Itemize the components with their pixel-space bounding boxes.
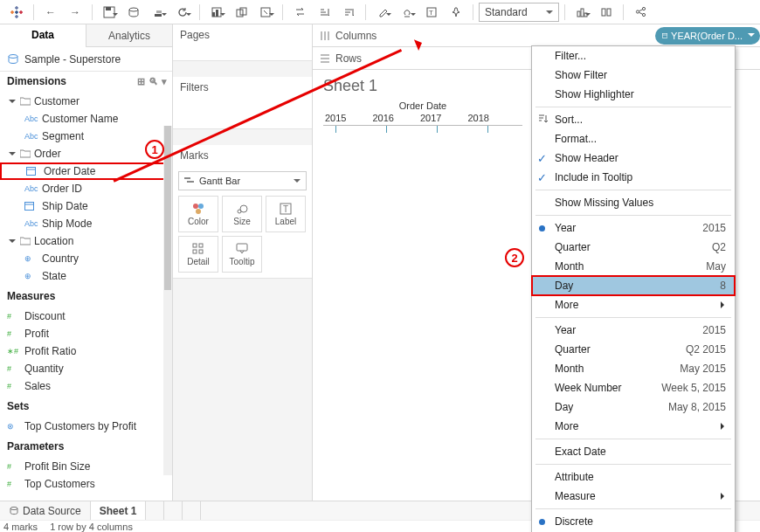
datasource-row[interactable]: Sample - Superstore	[0, 47, 172, 72]
status-marks: 4 marks	[3, 522, 38, 532]
labels-button[interactable]: T	[420, 3, 443, 22]
field-country[interactable]: ⊕ Country	[0, 250, 172, 267]
axis-labels: 2015 2016 2017 2018	[323, 113, 522, 123]
tooltip-button[interactable]: Tooltip	[222, 236, 262, 273]
forward-button[interactable]: →	[64, 3, 86, 22]
menu-show-missing[interactable]: Show Missing Values	[532, 193, 735, 212]
field-customer-name[interactable]: Abc Customer Name	[0, 110, 172, 128]
tab-data[interactable]: Data	[0, 24, 86, 47]
menu-attribute[interactable]: Attribute	[532, 467, 735, 487]
field-sales[interactable]: #Sales	[0, 377, 172, 395]
menu-measure[interactable]: Measure	[532, 487, 735, 506]
set-top-customers[interactable]: ⊗Top Customers by Profit	[0, 418, 172, 435]
color-button[interactable]: Color	[178, 196, 218, 232]
mark-type-selector[interactable]: Gantt Bar	[178, 171, 307, 190]
text-type-icon: Abc	[24, 132, 38, 141]
cards-button[interactable]	[595, 3, 618, 22]
scrollbar-thumb[interactable]	[164, 126, 171, 290]
fit-selector[interactable]: Standard	[479, 3, 559, 22]
menu-more-part[interactable]: More	[532, 295, 735, 314]
menu-year-part[interactable]: Year2015	[532, 218, 735, 238]
menu-month-trunc[interactable]: MonthMay 2015	[532, 359, 735, 378]
swap-button[interactable]	[288, 3, 311, 22]
columns-icon	[320, 31, 330, 41]
group-button[interactable]	[396, 3, 418, 22]
sidebar-scrollbar[interactable]	[163, 126, 172, 475]
pages-card[interactable]: Pages	[173, 24, 312, 61]
field-state[interactable]: ⊕ State	[0, 267, 172, 285]
menu-filter[interactable]: Filter...	[532, 46, 735, 66]
share-button[interactable]	[629, 3, 652, 22]
svg-rect-31	[577, 11, 580, 17]
search-icon[interactable]: 🔍︎	[149, 76, 158, 87]
tab-data-source[interactable]: Data Source	[0, 501, 91, 520]
folder-location[interactable]: Location	[0, 232, 172, 250]
menu-quarter-trunc[interactable]: QuarterQ2 2015	[532, 340, 735, 359]
new-worksheet-button[interactable]: +	[146, 501, 164, 520]
field-ship-mode[interactable]: Abc Ship Mode	[0, 215, 172, 232]
label-button[interactable]: T Label	[266, 196, 306, 232]
svg-point-48	[193, 204, 198, 209]
param-top-customers[interactable]: #Top Customers	[0, 475, 172, 493]
field-order-id[interactable]: Abc Order ID	[0, 180, 172, 197]
menu-year-trunc[interactable]: Year2015	[532, 321, 735, 340]
pause-updates-button[interactable]	[147, 3, 169, 22]
back-button[interactable]: ←	[39, 3, 62, 22]
save-button[interactable]	[98, 3, 121, 22]
axis-title: Order Date	[323, 100, 522, 111]
duplicate-sheet-button[interactable]	[230, 3, 252, 22]
menu-day-trunc[interactable]: DayMay 8, 2015	[532, 397, 735, 417]
field-quantity[interactable]: #Quantity	[0, 360, 172, 377]
menu-day-part[interactable]: Day8	[532, 276, 735, 295]
menu-show-filter[interactable]: Show Filter	[532, 66, 735, 85]
sort-desc-button[interactable]	[337, 3, 360, 22]
svg-rect-34	[602, 9, 605, 16]
fit-selector-label: Standard	[485, 6, 528, 18]
sort-asc-button[interactable]	[313, 3, 335, 22]
svg-line-39	[639, 10, 642, 11]
field-profit[interactable]: #Profit	[0, 325, 172, 342]
field-ship-date[interactable]: Ship Date	[0, 197, 172, 215]
new-sheet-button[interactable]	[205, 3, 228, 22]
pill-year-order-date[interactable]: YEAR(Order D...	[655, 27, 760, 45]
menu-format[interactable]: Format...	[532, 129, 735, 149]
svg-rect-63	[662, 33, 667, 38]
param-profit-bin[interactable]: #Profit Bin Size	[0, 458, 172, 475]
dimensions-header: Dimensions ⊞ 🔍︎ ▾	[0, 72, 172, 91]
menu-caret-icon[interactable]: ▾	[162, 76, 167, 87]
menu-week-trunc[interactable]: Week NumberWeek 5, 2015	[532, 378, 735, 397]
clear-sheet-button[interactable]	[254, 3, 277, 22]
menu-show-header[interactable]: ✓Show Header	[532, 149, 735, 168]
axis-line	[323, 125, 522, 135]
columns-shelf[interactable]: Columns YEAR(Order D...	[313, 24, 760, 47]
field-segment[interactable]: Abc Segment	[0, 128, 172, 145]
menu-month-part[interactable]: MonthMay	[532, 257, 735, 276]
new-dashboard-button[interactable]	[164, 501, 183, 520]
menu-discrete[interactable]: Discrete	[532, 512, 735, 531]
new-datasource-button[interactable]	[122, 3, 145, 22]
twisty-icon	[9, 150, 17, 158]
svg-rect-33	[584, 13, 587, 17]
set-type-icon: ⊗	[7, 422, 21, 431]
menu-include-tooltip[interactable]: ✓Include in Tooltip	[532, 168, 735, 187]
show-me-button[interactable]	[570, 3, 593, 22]
new-story-button[interactable]	[183, 501, 201, 520]
svg-rect-13	[155, 14, 162, 17]
menu-exact-date[interactable]: Exact Date	[532, 442, 735, 461]
folder-customer[interactable]: Customer	[0, 93, 172, 110]
view-icon[interactable]: ⊞	[137, 76, 145, 87]
menu-show-highlighter[interactable]: Show Highlighter	[532, 85, 735, 104]
tab-sheet1[interactable]: Sheet 1	[91, 501, 147, 520]
size-button[interactable]: Size	[222, 196, 262, 232]
refresh-button[interactable]	[171, 3, 194, 22]
highlight-button[interactable]	[371, 3, 394, 22]
tab-analytics[interactable]: Analytics	[86, 24, 172, 47]
field-discount[interactable]: #Discount	[0, 307, 172, 325]
menu-quarter-part[interactable]: QuarterQ2	[532, 238, 735, 257]
pin-button[interactable]	[445, 3, 467, 22]
menu-sort[interactable]: Sort...	[532, 110, 735, 129]
menu-more-trunc[interactable]: More	[532, 417, 735, 436]
svg-text:T: T	[283, 204, 288, 214]
detail-button[interactable]: Detail	[178, 236, 218, 273]
field-profit-ratio[interactable]: ∗#Profit Ratio	[0, 342, 172, 360]
